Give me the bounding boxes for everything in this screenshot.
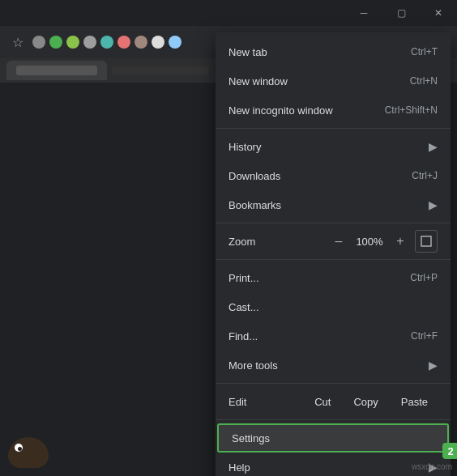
zoom-plus-button[interactable]: + xyxy=(389,230,412,253)
paste-button[interactable]: Paste xyxy=(391,393,438,411)
divider-5 xyxy=(216,419,451,420)
arrow-icon-more-tools: ▶ xyxy=(429,359,438,372)
svg-rect-0 xyxy=(421,236,431,246)
active-tab[interactable] xyxy=(6,61,107,80)
swatch-5 xyxy=(100,36,113,49)
watermark: wsxdn.com xyxy=(412,462,452,471)
zoom-expand-button[interactable] xyxy=(415,230,438,253)
menu-item-cast[interactable]: Cast... xyxy=(216,292,451,321)
swatch-1 xyxy=(32,36,45,49)
maximize-button[interactable]: ▢ xyxy=(382,0,420,26)
menu-item-more-tools[interactable]: More tools ▶ xyxy=(216,351,451,380)
arrow-icon-bookmarks: ▶ xyxy=(429,198,438,211)
arrow-icon: ▶ xyxy=(429,140,438,153)
copy-button[interactable]: Copy xyxy=(344,393,387,411)
settings-badge: 2 xyxy=(442,443,457,459)
minimize-button[interactable]: ─ xyxy=(345,0,382,26)
menu-item-new-incognito[interactable]: New incognito window Ctrl+Shift+N xyxy=(216,96,451,125)
close-button[interactable]: ✕ xyxy=(420,0,457,26)
menu-item-new-window[interactable]: New window Ctrl+N xyxy=(216,66,451,96)
swatch-4 xyxy=(83,36,96,49)
title-bar: ─ ▢ ✕ xyxy=(0,0,457,26)
swatch-7 xyxy=(135,36,147,49)
cut-button[interactable]: Cut xyxy=(305,393,340,411)
tab-favicon xyxy=(16,66,97,75)
menu-item-new-tab[interactable]: New tab Ctrl+T xyxy=(216,37,451,66)
menu-item-history[interactable]: History ▶ xyxy=(216,132,451,161)
swatch-9 xyxy=(169,36,182,49)
zoom-value: 100% xyxy=(350,236,389,248)
swatch-2 xyxy=(49,36,62,49)
mascot xyxy=(8,436,57,468)
divider-4 xyxy=(216,383,451,384)
swatch-6 xyxy=(117,36,130,49)
star-icon[interactable]: ☆ xyxy=(6,31,29,53)
context-menu: New tab Ctrl+T New window Ctrl+N New inc… xyxy=(216,32,451,476)
menu-item-settings[interactable]: Settings 2 xyxy=(217,423,449,453)
menu-item-bookmarks[interactable]: Bookmarks ▶ xyxy=(216,190,451,219)
divider-3 xyxy=(216,259,451,260)
divider-1 xyxy=(216,128,451,129)
zoom-minus-button[interactable]: – xyxy=(327,230,350,253)
edit-row: Edit Cut Copy Paste xyxy=(216,387,451,416)
page-background xyxy=(0,83,203,476)
swatch-8 xyxy=(152,36,164,49)
swatch-3 xyxy=(66,36,79,49)
zoom-row: Zoom – 100% + xyxy=(216,227,451,256)
menu-item-downloads[interactable]: Downloads Ctrl+J xyxy=(216,161,451,190)
menu-item-print[interactable]: Print... Ctrl+P xyxy=(216,263,451,292)
tab-title-placeholder xyxy=(112,66,209,74)
divider-2 xyxy=(216,223,451,223)
expand-icon xyxy=(421,236,432,247)
menu-item-find[interactable]: Find... Ctrl+F xyxy=(216,321,451,351)
